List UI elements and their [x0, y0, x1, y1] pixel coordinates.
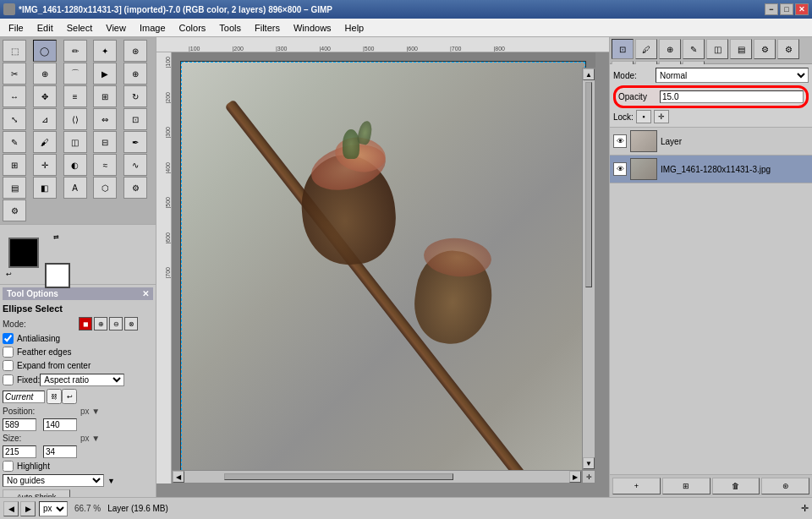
foreground-color[interactable]	[8, 238, 39, 268]
r-btn-1[interactable]: ⊡	[612, 39, 634, 59]
clone-tool[interactable]: ⊞	[3, 154, 26, 176]
color-picker-tool[interactable]: ▶	[93, 63, 117, 85]
unit-select[interactable]: px in cm	[39, 501, 68, 516]
fixed-checkbox[interactable]	[3, 374, 14, 385]
feather-checkbox[interactable]	[3, 347, 14, 358]
paths-tool[interactable]: ⌒	[63, 63, 87, 85]
dodge-burn-tool[interactable]: ◐	[63, 154, 87, 176]
shear-tool[interactable]: ⊿	[33, 108, 57, 130]
zoom-tool[interactable]: ⊕	[123, 63, 147, 85]
reset-colors-icon[interactable]: ↩	[6, 270, 12, 278]
scissors-tool[interactable]: ✂	[3, 63, 26, 85]
ellipse-select-tool[interactable]: ◯	[33, 40, 57, 62]
pencil-tool[interactable]: ✎	[3, 131, 26, 153]
config1-btn[interactable]: ⚙	[123, 177, 147, 199]
size-h-input[interactable]: 34	[43, 445, 77, 458]
guides-select[interactable]: No guides	[3, 474, 104, 487]
paintbrush-tool[interactable]: 🖌	[33, 131, 57, 153]
menu-view[interactable]: View	[99, 21, 133, 35]
convolve-tool[interactable]: ∿	[123, 154, 147, 176]
lock-pixels-icon[interactable]: ▪	[636, 110, 651, 123]
scroll-v-thumb[interactable]	[585, 82, 592, 287]
rotate-tool[interactable]: ↻	[123, 85, 147, 107]
r-btn-8[interactable]: ⚙	[777, 39, 799, 59]
scroll-right-arrow[interactable]: ▶	[569, 471, 581, 483]
swap-colors-icon[interactable]: ⇄	[53, 233, 59, 241]
lock-position-icon[interactable]: ✛	[654, 110, 669, 123]
position-x-input[interactable]: 589	[3, 418, 36, 431]
rect-select-tool[interactable]: ⬚	[3, 40, 26, 62]
flip-tool[interactable]: ⇔	[93, 108, 117, 130]
fuzzy-select-tool[interactable]: ✦	[93, 40, 117, 62]
fg-select-tool[interactable]: ⊕	[33, 63, 57, 85]
perspective-tool[interactable]: ⟨⟩	[63, 108, 87, 130]
r-btn-4[interactable]: ✎	[683, 39, 705, 59]
scrollbar-horizontal[interactable]: ◀ ▶	[172, 470, 582, 483]
merge-layer-btn[interactable]: ⊛	[761, 478, 809, 494]
layer-item-2[interactable]: 👁 IMG_1461-1280x11431-3.jpg	[610, 156, 812, 183]
eraser-tool[interactable]: ◫	[63, 131, 87, 153]
opacity-input[interactable]: 15.0	[660, 90, 804, 103]
layer-item-1[interactable]: 👁 Layer	[610, 128, 812, 156]
scroll-up-arrow[interactable]: ▲	[583, 68, 595, 80]
background-color[interactable]	[45, 263, 70, 288]
smudge-tool[interactable]: ≈	[93, 154, 117, 176]
scrollbar-vertical[interactable]: ▲ ▼	[582, 68, 595, 470]
corner-icon[interactable]: ✛	[583, 471, 595, 483]
auto-shrink-button[interactable]: Auto Shrink	[3, 489, 70, 497]
color-select-tool[interactable]: ⊛	[123, 40, 147, 62]
new-layer-btn[interactable]: +	[612, 478, 661, 494]
scroll-left-arrow[interactable]: ◀	[173, 471, 184, 483]
highlight-checkbox[interactable]	[3, 461, 14, 472]
scroll-h-thumb[interactable]	[224, 473, 453, 480]
maximize-button[interactable]: □	[780, 3, 793, 15]
cage-tool[interactable]: ⊡	[123, 108, 147, 130]
blend-tool[interactable]: ◧	[33, 177, 57, 199]
r-btn-5[interactable]: ◫	[706, 39, 728, 59]
r-btn-7[interactable]: ⚙	[754, 39, 776, 59]
config2-btn[interactable]: ⚙	[3, 199, 26, 221]
mode-replace[interactable]: ◼	[79, 317, 92, 331]
menu-colors[interactable]: Colors	[173, 21, 213, 35]
minimize-button[interactable]: −	[765, 3, 778, 15]
airbrush-tool[interactable]: ⊟	[93, 131, 117, 153]
size-w-input[interactable]: 215	[3, 445, 36, 458]
dup-layer-btn[interactable]: ⊞	[662, 478, 710, 494]
layers-mode-select[interactable]: Normal Multiply Screen Overlay	[656, 68, 809, 83]
layer-eye-2[interactable]: 👁	[613, 162, 627, 176]
menu-edit[interactable]: Edit	[30, 21, 60, 35]
menu-windows[interactable]: Windows	[287, 21, 338, 35]
r-btn-6[interactable]: ▤	[730, 39, 752, 59]
crop-tool[interactable]: ⊞	[93, 85, 117, 107]
scale-tool[interactable]: ⤡	[3, 108, 26, 130]
antialiasing-checkbox[interactable]	[3, 333, 14, 344]
expand-checkbox[interactable]	[3, 360, 14, 371]
color-picker2-tool[interactable]: ⬡	[93, 177, 117, 199]
nav-right-btn[interactable]: ▶	[20, 501, 36, 516]
layer-eye-1[interactable]: 👁	[613, 134, 627, 148]
del-layer-btn[interactable]: 🗑	[712, 478, 760, 494]
current-reset-btn[interactable]: ↩	[62, 389, 77, 404]
canvas-viewport[interactable]: ◀ ▶ ▲ ▼ ✛	[172, 52, 595, 483]
menu-filters[interactable]: Filters	[248, 21, 287, 35]
current-input[interactable]	[3, 391, 45, 403]
close-button[interactable]: ✕	[795, 3, 809, 15]
menu-file[interactable]: File	[2, 21, 30, 35]
scroll-down-arrow[interactable]: ▼	[583, 457, 595, 469]
r-btn-2[interactable]: 🖊	[635, 39, 657, 59]
text-tool[interactable]: A	[63, 177, 87, 199]
align-tool[interactable]: ≡	[63, 85, 87, 107]
menu-select[interactable]: Select	[60, 21, 100, 35]
mode-intersect[interactable]: ⊗	[124, 317, 138, 331]
nav-left-btn[interactable]: ◀	[3, 501, 19, 516]
menu-image[interactable]: Image	[133, 21, 173, 35]
menu-tools[interactable]: Tools	[212, 21, 248, 35]
position-y-input[interactable]: 140	[43, 418, 77, 431]
current-chain-btn[interactable]: ⛓	[47, 389, 62, 404]
heal-tool[interactable]: ✛	[33, 154, 57, 176]
mode-subtract[interactable]: ⊖	[109, 317, 123, 331]
ink-tool[interactable]: ✒	[123, 131, 147, 153]
fixed-select[interactable]: Aspect ratio Width Height Size	[40, 374, 124, 386]
mode-add[interactable]: ⊕	[94, 317, 107, 331]
r-btn-3[interactable]: ⊕	[659, 39, 681, 59]
